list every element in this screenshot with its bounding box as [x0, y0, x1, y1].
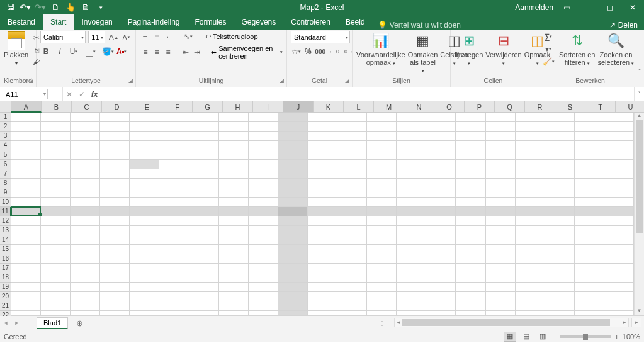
shrink-font-icon[interactable]: A▼: [121, 31, 132, 43]
cell[interactable]: [604, 292, 634, 301]
cell[interactable]: [308, 264, 337, 273]
cell[interactable]: [397, 169, 426, 179]
cell[interactable]: [41, 301, 71, 311]
cell[interactable]: [278, 283, 308, 292]
bold-button[interactable]: B: [40, 46, 52, 57]
cell[interactable]: [575, 113, 604, 122]
cell[interactable]: [367, 273, 397, 283]
cell[interactable]: [159, 226, 189, 235]
cell[interactable]: [575, 160, 604, 169]
cell[interactable]: [249, 292, 278, 301]
cell[interactable]: [189, 264, 219, 273]
cell[interactable]: [456, 301, 485, 311]
cell-area[interactable]: [11, 113, 634, 315]
cell[interactable]: [486, 226, 516, 235]
column-header[interactable]: D: [102, 101, 132, 113]
cell[interactable]: [604, 160, 634, 169]
cell[interactable]: [456, 150, 485, 160]
cell[interactable]: [516, 160, 545, 169]
cell[interactable]: [41, 283, 71, 292]
column-header[interactable]: H: [223, 101, 253, 113]
cell[interactable]: [308, 283, 337, 292]
horizontal-scroll-thumb[interactable]: [402, 319, 610, 326]
cell[interactable]: [604, 141, 634, 150]
tab-file[interactable]: Bestand: [0, 14, 43, 30]
cell[interactable]: [456, 198, 485, 207]
cell[interactable]: [130, 226, 159, 235]
decrease-decimal-icon[interactable]: .0→: [342, 46, 354, 57]
cell[interactable]: [397, 226, 426, 235]
cell[interactable]: [130, 245, 159, 254]
cell[interactable]: [604, 283, 634, 292]
cell[interactable]: [397, 264, 426, 273]
cell[interactable]: [71, 301, 100, 311]
column-header[interactable]: G: [193, 101, 223, 113]
cell[interactable]: [545, 226, 575, 235]
cell[interactable]: [426, 292, 456, 301]
cell[interactable]: [337, 245, 367, 254]
cell[interactable]: [189, 245, 219, 254]
cell[interactable]: [159, 132, 189, 141]
align-right-icon[interactable]: ≡: [162, 47, 174, 58]
cell[interactable]: [219, 283, 249, 292]
cell[interactable]: [159, 179, 189, 188]
cell[interactable]: [71, 207, 100, 216]
cell[interactable]: [604, 113, 634, 122]
cell[interactable]: [545, 273, 575, 283]
increase-decimal-icon[interactable]: ←.0: [329, 46, 340, 57]
cell[interactable]: [516, 169, 545, 179]
cell[interactable]: [189, 311, 219, 315]
cell[interactable]: [249, 216, 278, 226]
cell[interactable]: [575, 207, 604, 216]
cell[interactable]: [308, 198, 337, 207]
scroll-left-icon[interactable]: ◄: [395, 318, 402, 327]
cell[interactable]: [397, 207, 426, 216]
cell[interactable]: [159, 273, 189, 283]
cell[interactable]: [278, 245, 308, 254]
zoom-in-icon[interactable]: +: [614, 333, 618, 340]
cell[interactable]: [100, 216, 130, 226]
cell[interactable]: [219, 292, 249, 301]
cell[interactable]: [426, 198, 456, 207]
cell[interactable]: [159, 207, 189, 216]
cell[interactable]: [308, 207, 337, 216]
fill-color-button[interactable]: 🪣▾: [102, 46, 113, 57]
cell[interactable]: [130, 216, 159, 226]
row-header[interactable]: 7: [0, 169, 11, 179]
cell[interactable]: [159, 188, 189, 198]
cell[interactable]: [71, 169, 100, 179]
signin-link[interactable]: Aanmelden: [515, 3, 553, 12]
cell[interactable]: [367, 283, 397, 292]
sheet-tab[interactable]: Blad1: [37, 317, 68, 329]
cell[interactable]: [604, 198, 634, 207]
cell[interactable]: [456, 141, 485, 150]
cell[interactable]: [11, 254, 41, 264]
cell[interactable]: [486, 150, 516, 160]
cell[interactable]: [11, 160, 41, 169]
cell[interactable]: [130, 207, 159, 216]
cell[interactable]: [71, 292, 100, 301]
cell[interactable]: [337, 179, 367, 188]
cell[interactable]: [337, 141, 367, 150]
cell[interactable]: [41, 113, 71, 122]
cell[interactable]: [337, 226, 367, 235]
cell[interactable]: [456, 235, 485, 245]
cell[interactable]: [397, 198, 426, 207]
tab-insert[interactable]: Invoegen: [74, 14, 120, 30]
cell[interactable]: [456, 254, 485, 264]
cell[interactable]: [426, 216, 456, 226]
cell[interactable]: [367, 198, 397, 207]
cell[interactable]: [337, 292, 367, 301]
cell[interactable]: [367, 226, 397, 235]
cell[interactable]: [456, 122, 485, 132]
cell[interactable]: [219, 150, 249, 160]
column-header[interactable]: N: [404, 101, 434, 113]
cell[interactable]: [575, 179, 604, 188]
cell[interactable]: [100, 198, 130, 207]
align-left-icon[interactable]: ≡: [140, 47, 151, 58]
cell[interactable]: [516, 150, 545, 160]
cell[interactable]: [130, 150, 159, 160]
merge-center-button[interactable]: ⬌Samenvoegen en centreren▾: [211, 45, 283, 60]
cell[interactable]: [159, 235, 189, 245]
cell[interactable]: [130, 311, 159, 315]
